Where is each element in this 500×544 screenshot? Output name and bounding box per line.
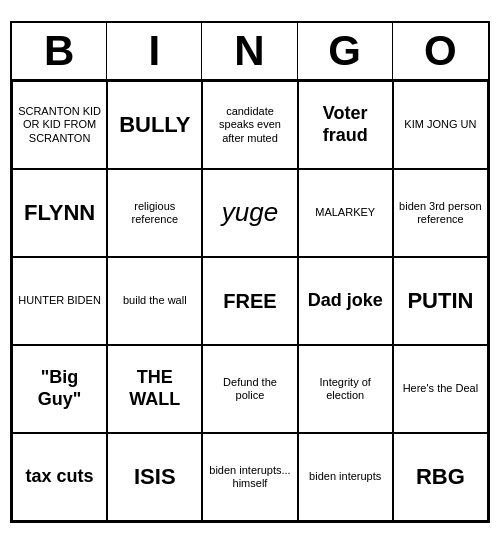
bingo-cell: candidate speaks even after muted bbox=[202, 81, 297, 169]
bingo-cell: RBG bbox=[393, 433, 488, 521]
bingo-cell: HUNTER BIDEN bbox=[12, 257, 107, 345]
bingo-cell: Defund the police bbox=[202, 345, 297, 433]
bingo-cell: MALARKEY bbox=[298, 169, 393, 257]
bingo-cell: build the wall bbox=[107, 257, 202, 345]
bingo-cell: FLYNN bbox=[12, 169, 107, 257]
bingo-cell: ISIS bbox=[107, 433, 202, 521]
bingo-cell: PUTIN bbox=[393, 257, 488, 345]
bingo-cell: Integrity of election bbox=[298, 345, 393, 433]
bingo-cell: biden interupts bbox=[298, 433, 393, 521]
bingo-cell: BULLY bbox=[107, 81, 202, 169]
bingo-cell: Voter fraud bbox=[298, 81, 393, 169]
bingo-header-letter: I bbox=[107, 23, 202, 79]
bingo-cell: biden interupts... himself bbox=[202, 433, 297, 521]
bingo-cell: THE WALL bbox=[107, 345, 202, 433]
bingo-cell: Dad joke bbox=[298, 257, 393, 345]
bingo-cell: KIM JONG UN bbox=[393, 81, 488, 169]
bingo-header-letter: N bbox=[202, 23, 297, 79]
bingo-cell: religious reference bbox=[107, 169, 202, 257]
bingo-cell: biden 3rd person reference bbox=[393, 169, 488, 257]
bingo-cell: tax cuts bbox=[12, 433, 107, 521]
bingo-cell: "Big Guy" bbox=[12, 345, 107, 433]
bingo-header: BINGO bbox=[12, 23, 488, 81]
bingo-header-letter: B bbox=[12, 23, 107, 79]
bingo-grid: SCRANTON KID OR KID FROM SCRANTONBULLYca… bbox=[12, 81, 488, 521]
bingo-cell: Here's the Deal bbox=[393, 345, 488, 433]
bingo-header-letter: G bbox=[298, 23, 393, 79]
bingo-header-letter: O bbox=[393, 23, 488, 79]
bingo-cell: SCRANTON KID OR KID FROM SCRANTON bbox=[12, 81, 107, 169]
bingo-card: BINGO SCRANTON KID OR KID FROM SCRANTONB… bbox=[10, 21, 490, 523]
bingo-cell: yuge bbox=[202, 169, 297, 257]
bingo-cell: FREE bbox=[202, 257, 297, 345]
